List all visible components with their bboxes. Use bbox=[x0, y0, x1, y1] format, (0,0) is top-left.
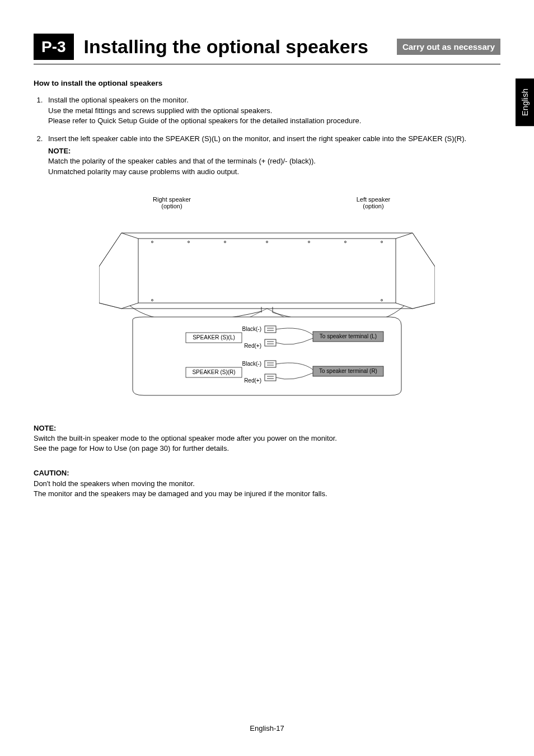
caution-block: CAUTION: Don't hold the speakers when mo… bbox=[34, 468, 500, 499]
caution-label: CAUTION: bbox=[34, 468, 500, 478]
subheading: How to install the optional speakers bbox=[34, 78, 500, 89]
label-right-speaker-top: Right speaker bbox=[153, 196, 191, 203]
step-1-line-1: Install the optional speakers on the mon… bbox=[48, 96, 189, 104]
label-red-1: Red(+) bbox=[244, 343, 261, 349]
caution-line-1: Don't hold the speakers when moving the … bbox=[34, 479, 195, 488]
install-steps: Install the optional speakers on the mon… bbox=[34, 95, 500, 176]
note-line-1: Switch the built-in speaker mode to the … bbox=[34, 434, 337, 442]
svg-marker-0 bbox=[99, 233, 435, 309]
step-2-note-line-1: Match the polarity of the speaker cables… bbox=[48, 157, 316, 165]
note-label: NOTE: bbox=[34, 423, 500, 433]
monitor-back-panel-icon bbox=[99, 233, 435, 324]
label-red-2: Red(+) bbox=[244, 377, 261, 384]
step-2-note-line-2: Unmatched polarity may cause problems wi… bbox=[48, 167, 239, 176]
label-left-speaker-top: Left speaker bbox=[357, 196, 391, 203]
terminal-callout: SPEAKER (S)(L) Black(-) Red(+) To speake… bbox=[133, 309, 401, 395]
page-footer: English-17 bbox=[0, 724, 534, 734]
caution-line-2: The monitor and the speakers may be dama… bbox=[34, 489, 327, 498]
section-header: P-3 Installing the optional speakers Car… bbox=[34, 34, 500, 64]
svg-marker-2 bbox=[99, 233, 138, 309]
label-black-1: Black(-) bbox=[242, 326, 261, 332]
label-left-speaker-sub: (option) bbox=[363, 203, 383, 209]
speaker-diagram: Right speaker (option) Left speaker (opt… bbox=[99, 194, 435, 401]
svg-marker-3 bbox=[396, 233, 435, 309]
step-2-line-1: Insert the left speaker cable into the S… bbox=[48, 134, 466, 143]
label-black-2: Black(-) bbox=[242, 361, 261, 367]
svg-rect-25 bbox=[265, 374, 276, 381]
label-speaker-sr: SPEAKER (S)(R) bbox=[192, 369, 235, 375]
section-badge: P-3 bbox=[34, 34, 74, 60]
step-2: Insert the left speaker cable into the S… bbox=[45, 134, 500, 177]
label-to-terminal-r: To speaker terminal (R) bbox=[319, 368, 377, 374]
step-1: Install the optional speakers on the mon… bbox=[45, 95, 500, 126]
note-block: NOTE: Switch the built-in speaker mode t… bbox=[34, 423, 500, 454]
svg-rect-24 bbox=[265, 361, 276, 367]
svg-rect-16 bbox=[265, 326, 276, 333]
label-speaker-sl: SPEAKER (S)(L) bbox=[193, 334, 235, 340]
label-right-speaker-sub: (option) bbox=[161, 203, 182, 209]
svg-rect-17 bbox=[265, 339, 276, 346]
note-line-2: See the page for How to Use (on page 30)… bbox=[34, 444, 229, 452]
step-1-line-3: Please refer to Quick Setup Guide of the… bbox=[48, 116, 361, 125]
label-to-terminal-l: To speaker terminal (L) bbox=[320, 333, 377, 339]
step-1-line-2: Use the metal fittings and screws suppli… bbox=[48, 106, 272, 115]
section-tag: Carry out as necessary bbox=[397, 39, 500, 55]
step-2-note-label: NOTE: bbox=[48, 146, 500, 156]
section-title: Installing the optional speakers bbox=[84, 34, 397, 60]
language-tab: English bbox=[516, 78, 534, 126]
